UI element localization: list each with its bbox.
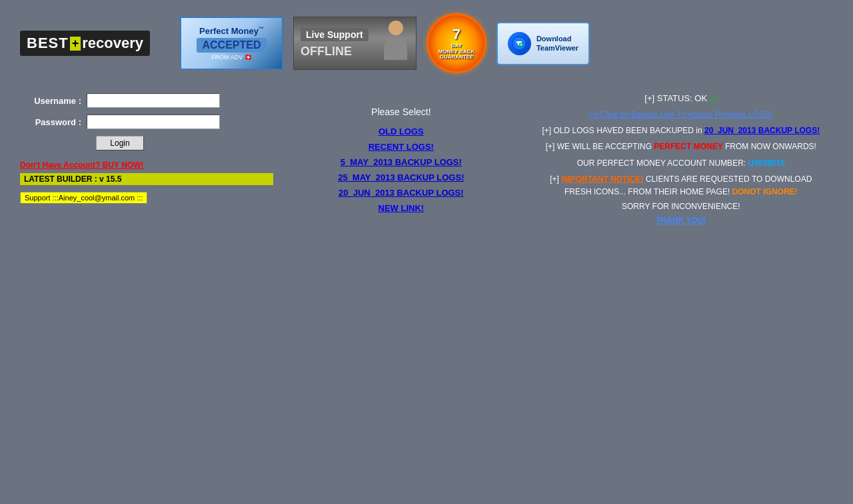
support-email: Support :::Ainey_cool@ymail.com ::: [20,192,147,204]
live-support-banner[interactable]: Live Support OFFLINE [293,17,417,70]
login-btn-row: Login [20,136,220,150]
mb-days: 7 [452,26,460,43]
old-logs-link[interactable]: OLD LOGS [379,126,424,136]
left-panel: Username : Password : Login Don't Have A… [20,87,273,237]
important-notice-line: [+] IMPORTANT NOTICE! CLIENTS ARE REQUES… [536,173,826,198]
account-number-line: OUR PERFECT MONEY ACCOUNT NUMBER: U36380… [536,157,826,170]
middle-panel: Please Select! OLD LOGS RECENT LOGS! 5_M… [273,87,529,237]
thank-you-line: THANK YOU! [536,214,826,227]
sorry-line: SORRY FOR INCONVENIENCE! [536,202,826,211]
logo-recovery: recovery [82,35,143,52]
password-input[interactable] [87,115,220,129]
teamviewer-banner[interactable]: Download TeamViewer [496,22,590,65]
status-ok-line: [+] STATUS: OK...! [536,93,826,103]
latest-builder-badge: LATEST BUILDER : v 15.5 [20,173,273,185]
backup-25may-link[interactable]: 25_MAY_2013 BACKUP LOGS! [338,172,464,182]
new-link[interactable]: NEW LINK! [379,203,425,213]
content-area: Username : Password : Login Don't Have A… [7,80,846,244]
please-select-label: Please Select! [371,107,431,117]
mb-label: DAY MONEY BACK GUARANTEE [438,43,475,61]
thank-you-link[interactable]: THANK YOU! [656,216,706,225]
logo-best: BEST [27,35,69,52]
logo-box: BEST + recovery [20,31,150,56]
backup-5may-link[interactable]: 5_MAY_2013 BACKUP LOGS! [341,157,462,167]
username-label: Username : [20,96,87,106]
support-person [381,21,411,64]
pm-title: Perfect Money™ [199,26,264,36]
ls-status: OFFLINE [301,45,352,59]
logo-plus: + [70,37,81,51]
ls-title: Live Support [301,28,369,41]
pm-from: FROM ADV 🇨🇭 [211,54,252,61]
money-back-banner[interactable]: 7 DAY MONEY BACK GUARANTEE [426,13,486,73]
pm-accepted: ACCEPTED [197,38,266,53]
perfect-money-banner[interactable]: Perfect Money™ ACCEPTED FROM ADV 🇨🇭 [180,17,283,70]
backup-access-notice: [+] Click on Backup Link To Access Previ… [536,109,826,121]
buy-now-link[interactable]: Don't Have Account? BUY NOW! [20,160,273,170]
password-label: Password : [20,117,87,127]
old-logs-backup-notice: [+] OLD LOGS HAVED BEEN BACKUPED in 20_J… [536,125,826,137]
accepting-pm-notice: [+] WE WILL BE ACCEPTING PERFECT MONEY F… [536,140,826,153]
main-wrapper: BEST + recovery Perfect Money™ ACCEPTED … [0,0,853,504]
username-input[interactable] [87,93,220,108]
username-row: Username : [20,93,273,108]
top-banner: BEST + recovery Perfect Money™ ACCEPTED … [7,7,846,80]
backup-20jun-link[interactable]: 20_JUN_2013 BACKUP LOGS! [339,188,464,198]
teamviewer-icon [508,32,531,55]
logo-area: BEST + recovery [20,31,167,56]
password-row: Password : [20,115,273,129]
banner-images: Perfect Money™ ACCEPTED FROM ADV 🇨🇭 Live… [180,13,833,73]
recent-logs-link[interactable]: RECENT LOGS! [369,142,434,152]
right-panel: [+] STATUS: OK...! [+] Click on Backup L… [529,87,833,237]
login-button[interactable]: Login [96,136,143,150]
tv-text: Download TeamViewer [536,34,578,53]
